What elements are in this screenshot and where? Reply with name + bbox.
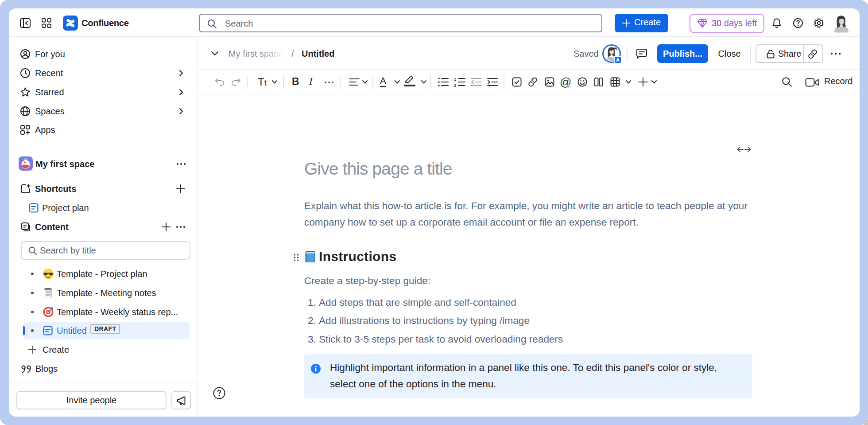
svg-text:1: 1 bbox=[454, 77, 456, 82]
svg-text:2: 2 bbox=[454, 83, 456, 87]
svg-text:A: A bbox=[616, 57, 620, 62]
